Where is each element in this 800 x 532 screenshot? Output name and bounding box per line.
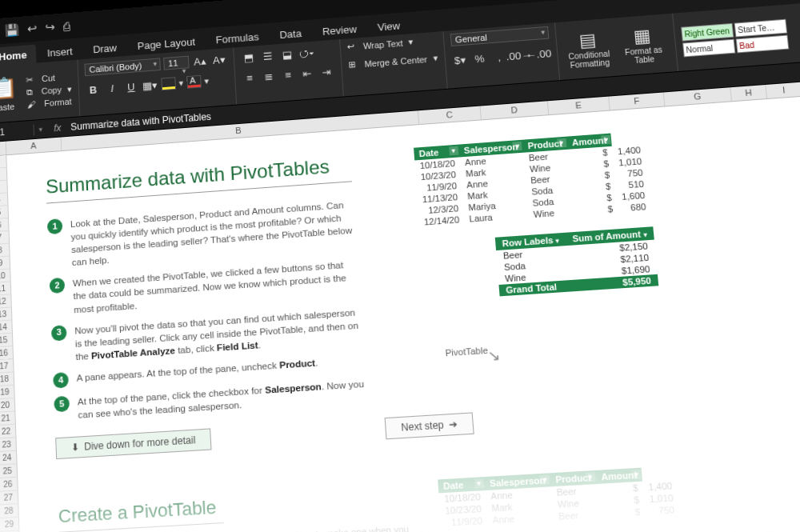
row-header[interactable]: 10 — [0, 269, 11, 283]
copy-button[interactable]: ⧉ Copy ▾ — [26, 84, 72, 98]
percent-icon[interactable]: % — [471, 50, 489, 66]
italic-button[interactable]: I — [104, 80, 121, 97]
tutorial-step: 1Look at the Date, Salesperson, Product … — [47, 198, 357, 270]
align-top-icon[interactable]: ⬒ — [240, 49, 257, 66]
group-cell-styles: Right Green B… Start Te… Normal Bad — [673, 2, 800, 71]
row-header[interactable]: 17 — [0, 359, 14, 374]
group-styles-buttons: ▤ Conditional Formatting ▦ Format as Tab… — [554, 14, 678, 80]
row-header[interactable]: 18 — [0, 372, 14, 386]
row-header[interactable]: 26 — [0, 478, 18, 492]
fill-color-button[interactable] — [161, 77, 176, 90]
step-number-badge: 5 — [54, 396, 70, 413]
row-header[interactable]: 6 — [0, 218, 10, 233]
font-name-dropdown[interactable]: Calibri (Body) — [84, 58, 160, 76]
col-header[interactable]: I — [766, 82, 800, 98]
filter-dropdown-icon[interactable]: ▾ — [513, 142, 522, 151]
wrap-text-button[interactable]: ↩ Wrap Text ▾ — [346, 37, 414, 52]
qat-save-icon[interactable]: 💾 — [5, 22, 20, 38]
sheet-content: Summarize data with PivotTables 1Look at… — [6, 93, 800, 532]
worksheet[interactable]: 1234567891011121314151617181920212223242… — [0, 93, 800, 532]
font-color-button[interactable]: A — [186, 75, 202, 89]
qat-undo-icon[interactable]: ↩ — [27, 22, 38, 36]
copy-icon: ⧉ — [26, 87, 33, 98]
style-bad[interactable]: Bad — [735, 34, 789, 53]
row-header[interactable]: 9 — [0, 256, 10, 270]
table-header[interactable]: Amount▾ — [595, 468, 642, 484]
row-header[interactable]: 20 — [0, 398, 15, 413]
underline-button[interactable]: U — [123, 78, 140, 95]
filter-dropdown-icon[interactable]: ▾ — [474, 478, 485, 488]
name-box-dd-icon[interactable]: ▾ — [34, 125, 47, 134]
row-header[interactable]: 19 — [0, 386, 15, 400]
filter-dropdown-icon[interactable]: ▾ — [449, 146, 458, 156]
orientation-icon[interactable]: ⭯▾ — [298, 45, 314, 62]
row-header[interactable]: 24 — [0, 451, 18, 466]
filter-dropdown-icon[interactable]: ▾ — [540, 474, 550, 484]
fx-icon[interactable]: fx — [47, 122, 68, 134]
arrow-curve-icon: ↘ — [487, 346, 502, 366]
row-header[interactable]: 22 — [0, 425, 16, 439]
row-header[interactable]: 27 — [0, 490, 18, 505]
decrease-indent-icon[interactable]: ⇤ — [299, 65, 316, 82]
row-header[interactable]: 28 — [0, 504, 19, 518]
filter-dropdown-icon[interactable]: ▾ — [643, 231, 647, 238]
step-text: Look at the Date, Salesperson, Product a… — [70, 198, 357, 269]
row-header[interactable]: 14 — [0, 321, 13, 335]
paste-button[interactable]: 📋 Paste — [0, 74, 22, 112]
step-number-badge: 4 — [53, 372, 69, 389]
row-header[interactable]: 23 — [0, 438, 17, 452]
increase-indent-icon[interactable]: ⇥ — [318, 63, 335, 80]
group-number: General $▾ % , .00→ ←.00 — [443, 22, 560, 89]
qat-print-icon[interactable]: ⎙ — [63, 19, 70, 33]
filter-dropdown-icon[interactable]: ▾ — [557, 138, 566, 148]
align-left-icon[interactable]: ≡ — [242, 69, 258, 86]
sample-data-table: Date▾Salesperson▾Product▾Amount▾10/18/20… — [414, 131, 658, 302]
merge-center-button[interactable]: ⊞ Merge & Center ▾ — [348, 53, 438, 70]
name-box[interactable]: A1 — [0, 124, 34, 138]
dive-down-button[interactable]: ⬇ Dive down for more detail — [55, 429, 211, 460]
scissors-icon: ✂ — [26, 74, 33, 85]
decrease-decimal-icon[interactable]: ←.00 — [530, 46, 547, 62]
shrink-font-icon[interactable]: A▾ — [210, 51, 227, 68]
next-step-button[interactable]: Next step ➔ — [385, 413, 474, 440]
row-header[interactable]: 21 — [0, 411, 16, 426]
cut-button[interactable]: ✂ Cut — [26, 73, 55, 85]
filter-dropdown-icon[interactable]: ▾ — [601, 135, 610, 145]
style-start[interactable]: Start Te… — [734, 18, 787, 37]
currency-icon[interactable]: $▾ — [451, 51, 469, 68]
font-size-dropdown[interactable]: 11 — [163, 56, 190, 70]
qat-redo-icon[interactable]: ↪ — [45, 20, 55, 34]
format-as-table-button[interactable]: ▦ Format as Table — [617, 24, 670, 66]
group-clipboard: 📋 Paste ✂ Cut ⧉ Copy ▾ 🖌 Format — [0, 60, 80, 123]
table-header[interactable]: Product▾ — [550, 470, 597, 486]
row-header[interactable]: 12 — [0, 294, 12, 309]
align-right-icon[interactable]: ≡ — [280, 66, 297, 83]
style-right-green[interactable]: Right Green B… — [681, 22, 734, 41]
bold-button[interactable]: B — [85, 81, 102, 98]
align-middle-icon[interactable]: ☰ — [259, 47, 276, 64]
filter-dropdown-icon[interactable]: ▾ — [586, 472, 596, 482]
style-normal[interactable]: Normal — [682, 38, 735, 57]
conditional-formatting-button[interactable]: ▤ Conditional Formatting — [562, 28, 615, 70]
row-header[interactable]: 29 — [0, 518, 19, 532]
table-header[interactable]: Date▾ — [438, 477, 485, 493]
borders-button[interactable]: ▦▾ — [142, 77, 158, 94]
row-header[interactable]: 13 — [0, 307, 12, 322]
align-center-icon[interactable]: ≣ — [261, 68, 278, 85]
row-header[interactable]: 16 — [0, 346, 14, 361]
format-painter-button[interactable]: 🖌 Format — [26, 96, 71, 109]
pivot-table[interactable]: Row Labels ▾Sum of Amount ▾Beer$2,150Sod… — [495, 226, 658, 296]
filter-dropdown-icon[interactable]: ▾ — [631, 470, 642, 479]
paste-label: Paste — [0, 102, 14, 113]
step-text: Now you'll pivot the data so that you ca… — [74, 306, 363, 364]
col-header[interactable]: H — [730, 85, 767, 101]
row-header[interactable]: 8 — [0, 244, 10, 258]
row-header[interactable]: 11 — [0, 282, 11, 296]
grow-font-icon[interactable]: A▴ — [191, 53, 208, 70]
filter-dropdown-icon[interactable]: ▾ — [555, 237, 559, 244]
row-header[interactable]: 25 — [0, 464, 18, 478]
align-bottom-icon[interactable]: ⬓ — [278, 46, 295, 62]
row-header[interactable]: 15 — [0, 334, 14, 348]
row-header[interactable]: 7 — [0, 231, 10, 246]
number-format-dropdown[interactable]: General — [450, 26, 549, 46]
